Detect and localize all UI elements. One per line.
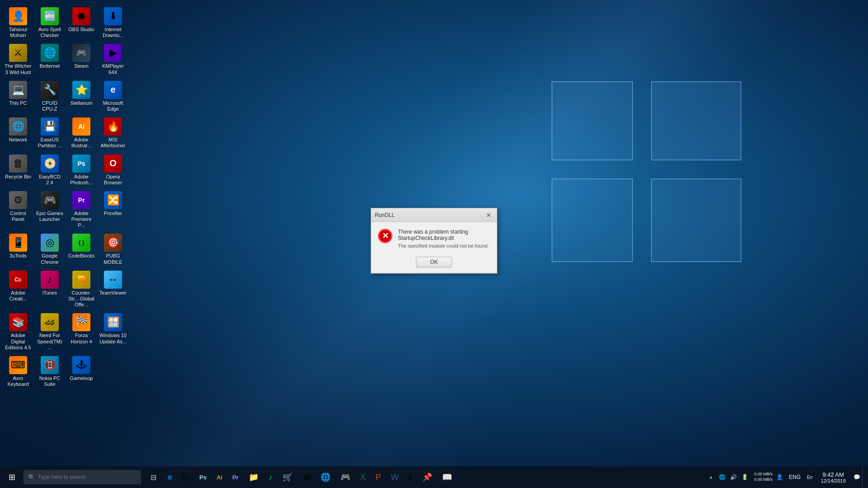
easybcd-icon: 📀 xyxy=(41,155,59,173)
dialog-body: ✕ There was a problem starting StartupCh… xyxy=(371,222,497,253)
desktop-icon-easybcd[interactable]: 📀 EasyBCD 2.4 xyxy=(34,152,66,188)
desktop-icon-pubg[interactable]: 🎯 PUBG MOBILE xyxy=(97,231,129,267)
action-center-icon[interactable]: 💬 xyxy=(851,472,862,483)
taskbar-excel-button[interactable]: X xyxy=(356,466,370,488)
desktop-icon-steam[interactable]: 🎮 Steam xyxy=(66,41,97,78)
win-pane-bottomright xyxy=(651,178,741,262)
taskbar-explorer-button[interactable]: 📁 xyxy=(244,466,263,488)
show-desktop-button[interactable] xyxy=(862,466,866,488)
windows-logo-decoration xyxy=(552,81,778,298)
desktop-icon-3utools[interactable]: 📱 3uTools xyxy=(2,231,34,267)
codeblocks-icon: { } xyxy=(72,234,90,252)
taskbar-premiere-button[interactable]: Pr xyxy=(228,466,243,488)
language-label: ENG xyxy=(789,474,801,480)
desktop-icon-illustrator[interactable]: Ai Adobe Illustrat... xyxy=(66,115,97,151)
taskbar-illustrator-button[interactable]: Ai xyxy=(212,466,227,488)
taskbar-store-button[interactable]: 🛒 xyxy=(278,466,297,488)
taskbar-steam-tray-button[interactable]: 🎮 xyxy=(336,466,355,488)
taskbar-spotify-button[interactable]: ♪ xyxy=(264,466,277,488)
input-indicator[interactable]: En xyxy=(804,472,815,483)
taskbar-photoshop-button[interactable]: Ps xyxy=(195,466,211,488)
desktop-icon-teamviewer[interactable]: ↔ TeamViewer xyxy=(97,268,129,311)
illustrator-icon: Ai xyxy=(72,117,90,136)
notification-expand[interactable]: ∧ xyxy=(708,466,714,488)
language-button[interactable]: ENG xyxy=(785,466,804,488)
desktop-icon-kmplayer[interactable]: ▶ KMPlayer 64X xyxy=(97,41,129,78)
3utools-icon: 📱 xyxy=(9,234,27,252)
desktop-icon-avro-spell[interactable]: 🔤 Avro Spell Checker xyxy=(34,5,66,41)
task-view-button[interactable]: ⊟ xyxy=(143,466,163,488)
desktop-icon-control-panel[interactable]: ⚙ Control Panel xyxy=(2,188,34,231)
taskbar-epic-tray-button[interactable]: E xyxy=(404,466,417,488)
desktop-icon-stellarium[interactable]: ⭐ Stellarium xyxy=(66,78,97,115)
desktop-icon-premiere[interactable]: Pr Adobe Premiere P... xyxy=(66,188,97,231)
users-icon[interactable]: 👤 xyxy=(774,472,785,483)
nfs-label: Need For Speed(TM) ... xyxy=(36,333,64,351)
desktop-icon-msi-afterburner[interactable]: 🔥 MSI Afterburner xyxy=(97,115,129,151)
desktop-icon-nokia-pc[interactable]: 📵 Nokia PC Suite xyxy=(34,353,66,390)
taskbar-word-button[interactable]: W xyxy=(387,466,403,488)
taskbar-browser2-button[interactable]: 🌐 xyxy=(316,466,335,488)
desktop-icon-edge[interactable]: e Microsoft Edge xyxy=(97,78,129,115)
desktop-icon-chrome[interactable]: ◎ Google Chrome xyxy=(34,231,66,267)
desktop-icon-network[interactable]: 🌐 Network xyxy=(2,115,34,151)
dialog-ok-button[interactable]: OK xyxy=(416,257,452,267)
desktop-icon-photoshop[interactable]: Ps Adobe Photosh... xyxy=(66,152,97,188)
desktop-icon-epic-games[interactable]: 🎮 Epic Games Launcher xyxy=(34,188,66,231)
taskbar-powerpoint-button[interactable]: P xyxy=(371,466,386,488)
dialog-close-button[interactable]: ✕ xyxy=(484,211,493,220)
msi-afterburner-label: MSI Afterburner xyxy=(99,137,127,149)
taskbar-edge-button[interactable]: e xyxy=(163,466,177,488)
taskbar-reader-button[interactable]: 📖 xyxy=(438,466,457,488)
chrome-label: Google Chrome xyxy=(36,253,64,265)
control-panel-icon: ⚙ xyxy=(9,191,27,209)
witcher-label: The Witcher 3 Wild Hunt xyxy=(4,63,32,75)
desktop-icon-gameloop[interactable]: 🕹 Gameloop xyxy=(66,353,97,390)
desktop-icon-thispc[interactable]: 💻 This PC xyxy=(2,78,34,115)
taskbar-search-bar[interactable]: 🔍 xyxy=(24,470,141,484)
desktop-icon-csgo[interactable]: 🔫 Counter-Str... Global Offe... xyxy=(66,268,97,311)
desktop-icon-betternet[interactable]: 🌐 Betternet xyxy=(34,41,66,78)
network-tray-icon[interactable]: 🌐 xyxy=(717,472,727,483)
network-label: Network xyxy=(9,137,27,143)
desktop-icon-win10-update[interactable]: 🪟 Windows 10 Update As... xyxy=(97,310,129,353)
forza-label: Forza Horizon 4 xyxy=(67,333,95,344)
desktop-icon-codeblocks[interactable]: { } CodeBlocks xyxy=(66,231,97,267)
desktop-icon-proxifier[interactable]: 🔀 Proxifier xyxy=(97,188,129,231)
desktop-icon-avro-keyboard[interactable]: ⌨ Avro Keyboard xyxy=(2,353,34,390)
taskbar-chrome-button[interactable]: ◎ xyxy=(178,466,194,488)
opera-label: Opera Browser xyxy=(99,174,127,186)
desktop-icon-itunes[interactable]: ♪ iTunes xyxy=(34,268,66,311)
obs-icon: ⏺ xyxy=(72,7,90,25)
desktop-icon-opera[interactable]: O Opera Browser xyxy=(97,152,129,188)
battery-icon[interactable]: 🔋 xyxy=(739,472,750,483)
desktop-icon-adobe-creative[interactable]: Cc Adobe Creati... xyxy=(2,268,34,311)
sys-tray-icons: 🌐 🔊 🔋 xyxy=(714,472,752,483)
epic-games-icon: 🎮 xyxy=(41,191,59,209)
search-input[interactable] xyxy=(38,474,137,480)
desktop-icon-witcher[interactable]: ⚔ The Witcher 3 Wild Hunt xyxy=(2,41,34,78)
edge-icon: e xyxy=(104,81,122,99)
desktop-icon-cpuid[interactable]: 🔧 CPUID CPU-Z xyxy=(34,78,66,115)
taskbar-app2-button[interactable]: 📌 xyxy=(418,466,437,488)
desktop-icon-obs[interactable]: ⏺ OBS Studio xyxy=(66,5,97,41)
desktop-icon-adobe-digital[interactable]: 📚 Adobe Digital Editions 4.5 xyxy=(2,310,34,353)
network-stats: 0.00 MB/s 0.00 MB/s xyxy=(752,472,774,482)
clock-area[interactable]: 9:42 AM 12/14/2019 xyxy=(815,471,851,483)
pubg-icon: 🎯 xyxy=(104,234,122,252)
steam-label: Steam xyxy=(74,63,89,69)
desktop-icon-internet-download[interactable]: ⬇ Internet Downlo... xyxy=(97,5,129,41)
start-button[interactable]: ⊞ xyxy=(0,466,24,488)
icon-row-0: 👤 Tahsinul Mohsin 🔤 Avro Spell Checker ⏺… xyxy=(2,5,129,41)
adobe-digital-label: Adobe Digital Editions 4.5 xyxy=(4,333,32,351)
desktop-icon-forza[interactable]: 🏁 Forza Horizon 4 xyxy=(66,310,97,353)
desktop-icon-recycle-bin[interactable]: 🗑 Recycle Bin xyxy=(2,152,34,188)
pubg-label: PUBG MOBILE xyxy=(99,253,127,265)
itunes-icon: ♪ xyxy=(41,271,59,289)
msi-afterburner-icon: 🔥 xyxy=(104,117,122,136)
desktop-icon-nfs[interactable]: 🏎 Need For Speed(TM) ... xyxy=(34,310,66,353)
desktop-icon-easeus[interactable]: 💾 EaseUS Partition ... xyxy=(34,115,66,151)
taskbar-app1-button[interactable]: 🖥 xyxy=(298,466,315,488)
volume-icon[interactable]: 🔊 xyxy=(728,472,739,483)
desktop-icon-tahsinul[interactable]: 👤 Tahsinul Mohsin xyxy=(2,5,34,41)
